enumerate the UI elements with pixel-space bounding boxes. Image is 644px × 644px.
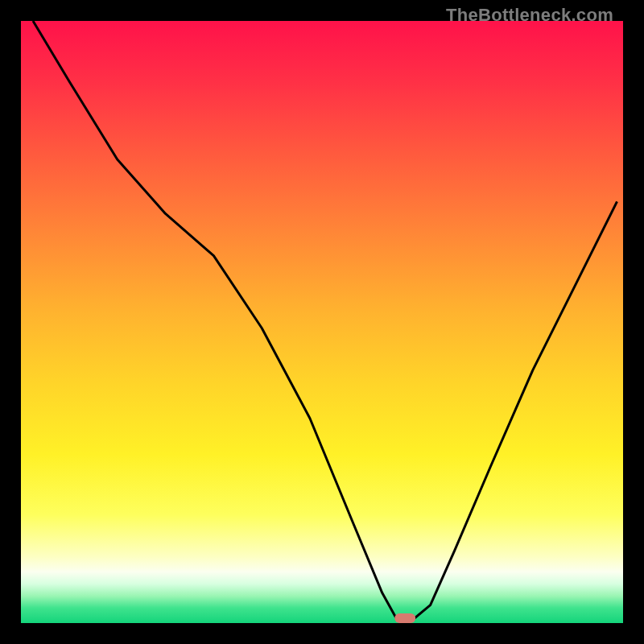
gradient-background [21, 21, 623, 623]
plot-area [21, 21, 623, 623]
chart-frame: TheBottleneck.com [0, 0, 644, 644]
match-marker [394, 613, 415, 623]
bottleneck-chart-svg [21, 21, 623, 623]
